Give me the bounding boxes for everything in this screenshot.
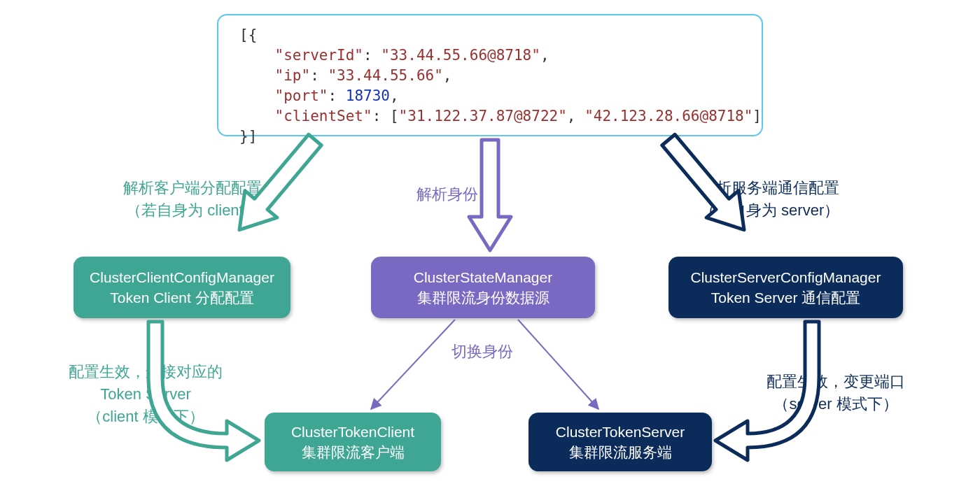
node-cluster-client-config-manager: ClusterClientConfigManager Token Client … (74, 257, 290, 318)
json-key-ip: "ip" (275, 67, 311, 84)
json-close: }] (239, 128, 257, 145)
node-cluster-token-server: ClusterTokenServer 集群限流服务端 (528, 413, 712, 471)
node-cluster-server-config-manager: ClusterServerConfigManager Token Server … (668, 257, 903, 318)
node-subtitle: Token Server 通信配置 (711, 287, 861, 308)
config-json-box: [{ "serverId": "33.44.55.66@8718", "ip":… (217, 14, 763, 136)
json-val-port: 18730 (346, 87, 390, 104)
node-title: ClusterTokenServer (556, 422, 685, 442)
label-parse-identity: 解析身份 (416, 183, 478, 206)
json-clientSet-0: "31.122.37.87@8722" (399, 108, 567, 124)
label-server-effect: 配置生效，变更端口 （server 模式下） (766, 371, 905, 415)
node-title: ClusterTokenClient (291, 422, 414, 442)
json-key-serverId: "serverId" (275, 47, 363, 64)
json-val-serverId: "33.44.55.66@8718" (381, 47, 540, 64)
node-cluster-state-manager: ClusterStateManager 集群限流身份数据源 (371, 257, 595, 318)
json-key-port: "port" (275, 87, 328, 104)
json-key-clientSet: "clientSet" (275, 108, 372, 124)
node-title: ClusterStateManager (414, 267, 552, 287)
label-switch-identity: 切换身份 (451, 341, 513, 363)
label-client-effect: 配置生效，连接对应的 Token Server （client 模式下） (69, 361, 223, 428)
node-subtitle: Token Client 分配配置 (110, 287, 253, 308)
arrow-csm-to-cts (518, 320, 598, 409)
label-parse-server-config: 解析服务端通信配置 （若自身为 server） (700, 177, 839, 222)
node-subtitle: 集群限流客户端 (302, 442, 405, 462)
node-cluster-token-client: ClusterTokenClient 集群限流客户端 (265, 413, 441, 471)
json-open: [{ (239, 27, 257, 43)
node-title: ClusterClientConfigManager (90, 267, 274, 287)
node-subtitle: 集群限流服务端 (569, 442, 672, 462)
arrow-csm-to-ctc (371, 320, 455, 409)
label-parse-client-config: 解析客户端分配配置 （若自身为 client） (123, 177, 262, 222)
json-clientSet-1: "42.123.28.66@8718" (584, 108, 752, 124)
json-val-ip: "33.44.55.66" (328, 67, 442, 84)
node-subtitle: 集群限流身份数据源 (417, 287, 550, 308)
node-title: ClusterServerConfigManager (691, 267, 881, 287)
